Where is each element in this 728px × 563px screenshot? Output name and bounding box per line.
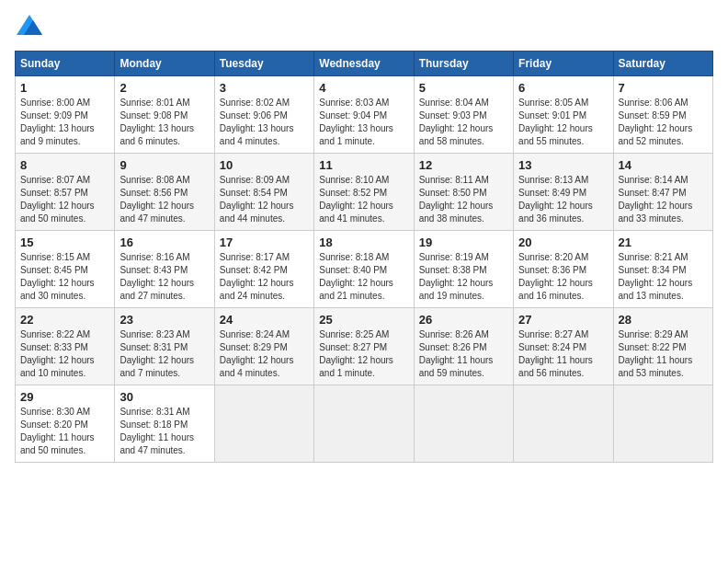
calendar-cell: 18Sunrise: 8:18 AM Sunset: 8:40 PM Dayli…: [314, 231, 414, 308]
day-number: 30: [119, 390, 209, 404]
day-info: Sunrise: 8:09 AM Sunset: 8:54 PM Dayligh…: [220, 174, 309, 225]
logo-icon: [17, 15, 42, 35]
day-info: Sunrise: 8:26 AM Sunset: 8:26 PM Dayligh…: [419, 328, 508, 380]
calendar-cell: 25Sunrise: 8:25 AM Sunset: 8:27 PM Dayli…: [314, 308, 414, 385]
calendar-table: SundayMondayTuesdayWednesdayThursdayFrid…: [15, 51, 713, 463]
day-number: 9: [119, 158, 209, 172]
page-header: [15, 15, 713, 40]
calendar-cell: [414, 385, 513, 463]
day-number: 8: [20, 158, 109, 172]
day-info: Sunrise: 8:27 AM Sunset: 8:24 PM Dayligh…: [518, 328, 608, 380]
weekday-header: Tuesday: [214, 52, 313, 76]
calendar-cell: 14Sunrise: 8:14 AM Sunset: 8:47 PM Dayli…: [613, 154, 712, 231]
calendar-cell: 21Sunrise: 8:21 AM Sunset: 8:34 PM Dayli…: [613, 231, 712, 308]
day-info: Sunrise: 8:31 AM Sunset: 8:18 PM Dayligh…: [119, 406, 209, 457]
calendar-cell: 4Sunrise: 8:03 AM Sunset: 9:04 PM Daylig…: [314, 76, 414, 154]
day-number: 20: [518, 236, 608, 249]
day-info: Sunrise: 8:05 AM Sunset: 9:01 PM Dayligh…: [518, 97, 608, 148]
day-info: Sunrise: 8:19 AM Sunset: 8:38 PM Dayligh…: [419, 251, 508, 303]
calendar-cell: 8Sunrise: 8:07 AM Sunset: 8:57 PM Daylig…: [16, 154, 115, 231]
weekday-header: Thursday: [414, 52, 513, 76]
day-number: 28: [619, 313, 708, 327]
calendar-cell: [214, 385, 313, 463]
day-number: 4: [319, 81, 408, 95]
weekday-header: Friday: [514, 52, 613, 76]
day-number: 5: [419, 81, 508, 95]
day-info: Sunrise: 8:00 AM Sunset: 9:09 PM Dayligh…: [20, 97, 109, 148]
day-info: Sunrise: 8:14 AM Sunset: 8:47 PM Dayligh…: [619, 174, 708, 225]
day-number: 7: [619, 81, 708, 95]
day-number: 23: [119, 313, 209, 327]
day-info: Sunrise: 8:16 AM Sunset: 8:43 PM Dayligh…: [119, 251, 209, 303]
day-number: 17: [220, 236, 309, 249]
calendar-cell: 29Sunrise: 8:30 AM Sunset: 8:20 PM Dayli…: [16, 385, 115, 463]
calendar-cell: 23Sunrise: 8:23 AM Sunset: 8:31 PM Dayli…: [115, 308, 214, 385]
calendar-cell: 27Sunrise: 8:27 AM Sunset: 8:24 PM Dayli…: [514, 308, 613, 385]
calendar-cell: 15Sunrise: 8:15 AM Sunset: 8:45 PM Dayli…: [16, 231, 115, 308]
day-info: Sunrise: 8:11 AM Sunset: 8:50 PM Dayligh…: [419, 174, 508, 225]
calendar-cell: 19Sunrise: 8:19 AM Sunset: 8:38 PM Dayli…: [414, 231, 513, 308]
day-info: Sunrise: 8:10 AM Sunset: 8:52 PM Dayligh…: [319, 174, 408, 225]
day-number: 10: [220, 158, 309, 172]
day-number: 1: [20, 81, 109, 95]
day-number: 29: [20, 390, 109, 404]
day-info: Sunrise: 8:22 AM Sunset: 8:33 PM Dayligh…: [20, 328, 109, 380]
calendar-cell: 3Sunrise: 8:02 AM Sunset: 9:06 PM Daylig…: [214, 76, 313, 154]
calendar-cell: 7Sunrise: 8:06 AM Sunset: 8:59 PM Daylig…: [613, 76, 712, 154]
day-info: Sunrise: 8:13 AM Sunset: 8:49 PM Dayligh…: [518, 174, 608, 225]
calendar-header-row: SundayMondayTuesdayWednesdayThursdayFrid…: [16, 52, 713, 76]
day-number: 25: [319, 313, 408, 327]
calendar-cell: 5Sunrise: 8:04 AM Sunset: 9:03 PM Daylig…: [414, 76, 513, 154]
day-number: 18: [319, 236, 408, 249]
day-number: 15: [20, 236, 109, 249]
day-info: Sunrise: 8:04 AM Sunset: 9:03 PM Dayligh…: [419, 97, 508, 148]
day-info: Sunrise: 8:03 AM Sunset: 9:04 PM Dayligh…: [319, 97, 408, 148]
logo-text: [15, 15, 42, 40]
day-info: Sunrise: 8:17 AM Sunset: 8:42 PM Dayligh…: [220, 251, 309, 303]
weekday-header: Sunday: [16, 52, 115, 76]
calendar-cell: 11Sunrise: 8:10 AM Sunset: 8:52 PM Dayli…: [314, 154, 414, 231]
weekday-header: Wednesday: [314, 52, 414, 76]
day-number: 24: [220, 313, 309, 327]
calendar-cell: [514, 385, 613, 463]
calendar-cell: 16Sunrise: 8:16 AM Sunset: 8:43 PM Dayli…: [115, 231, 214, 308]
day-info: Sunrise: 8:02 AM Sunset: 9:06 PM Dayligh…: [220, 97, 309, 148]
calendar-cell: 26Sunrise: 8:26 AM Sunset: 8:26 PM Dayli…: [414, 308, 513, 385]
calendar-week-row: 22Sunrise: 8:22 AM Sunset: 8:33 PM Dayli…: [16, 308, 713, 385]
calendar-cell: 10Sunrise: 8:09 AM Sunset: 8:54 PM Dayli…: [214, 154, 313, 231]
day-number: 14: [619, 158, 708, 172]
day-info: Sunrise: 8:15 AM Sunset: 8:45 PM Dayligh…: [20, 251, 109, 303]
calendar-cell: [613, 385, 712, 463]
calendar-cell: 30Sunrise: 8:31 AM Sunset: 8:18 PM Dayli…: [115, 385, 214, 463]
day-info: Sunrise: 8:20 AM Sunset: 8:36 PM Dayligh…: [518, 251, 608, 303]
weekday-header: Saturday: [613, 52, 712, 76]
day-number: 12: [419, 158, 508, 172]
logo: [15, 15, 42, 40]
calendar-cell: [314, 385, 414, 463]
day-number: 16: [119, 236, 209, 249]
day-number: 26: [419, 313, 508, 327]
day-info: Sunrise: 8:01 AM Sunset: 9:08 PM Dayligh…: [119, 97, 209, 148]
day-number: 27: [518, 313, 608, 327]
calendar-week-row: 1Sunrise: 8:00 AM Sunset: 9:09 PM Daylig…: [16, 76, 713, 154]
calendar-cell: 22Sunrise: 8:22 AM Sunset: 8:33 PM Dayli…: [16, 308, 115, 385]
day-number: 6: [518, 81, 608, 95]
day-number: 3: [220, 81, 309, 95]
day-number: 2: [119, 81, 209, 95]
calendar-cell: 1Sunrise: 8:00 AM Sunset: 9:09 PM Daylig…: [16, 76, 115, 154]
calendar-cell: 17Sunrise: 8:17 AM Sunset: 8:42 PM Dayli…: [214, 231, 313, 308]
day-info: Sunrise: 8:08 AM Sunset: 8:56 PM Dayligh…: [119, 174, 209, 225]
calendar-week-row: 15Sunrise: 8:15 AM Sunset: 8:45 PM Dayli…: [16, 231, 713, 308]
day-info: Sunrise: 8:29 AM Sunset: 8:22 PM Dayligh…: [619, 328, 708, 380]
day-info: Sunrise: 8:25 AM Sunset: 8:27 PM Dayligh…: [319, 328, 408, 380]
day-number: 21: [619, 236, 708, 249]
day-info: Sunrise: 8:30 AM Sunset: 8:20 PM Dayligh…: [20, 406, 109, 457]
calendar-week-row: 8Sunrise: 8:07 AM Sunset: 8:57 PM Daylig…: [16, 154, 713, 231]
calendar-cell: 28Sunrise: 8:29 AM Sunset: 8:22 PM Dayli…: [613, 308, 712, 385]
day-info: Sunrise: 8:21 AM Sunset: 8:34 PM Dayligh…: [619, 251, 708, 303]
calendar-week-row: 29Sunrise: 8:30 AM Sunset: 8:20 PM Dayli…: [16, 385, 713, 463]
calendar-cell: 2Sunrise: 8:01 AM Sunset: 9:08 PM Daylig…: [115, 76, 214, 154]
calendar-cell: 24Sunrise: 8:24 AM Sunset: 8:29 PM Dayli…: [214, 308, 313, 385]
calendar-cell: 12Sunrise: 8:11 AM Sunset: 8:50 PM Dayli…: [414, 154, 513, 231]
day-number: 11: [319, 158, 408, 172]
